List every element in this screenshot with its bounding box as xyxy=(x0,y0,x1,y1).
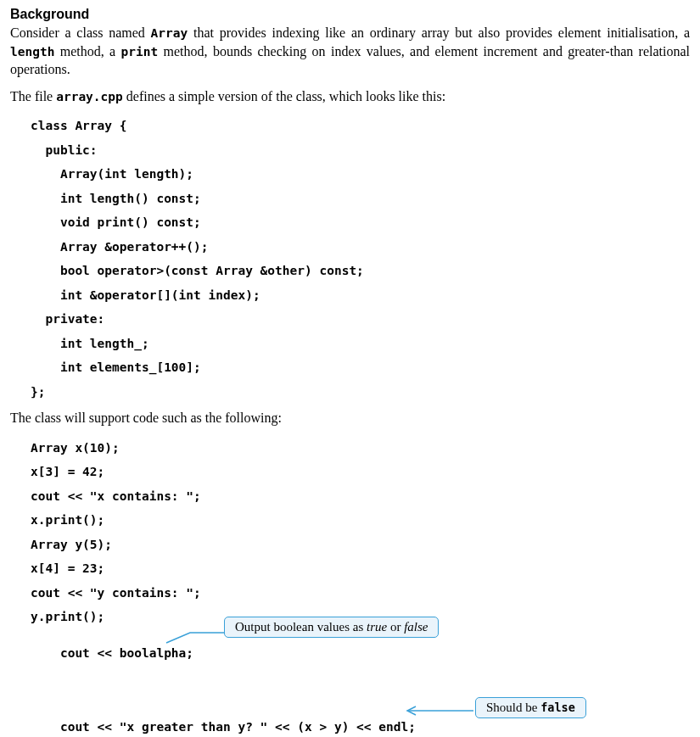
callout-text: Output boolean values as xyxy=(235,620,367,634)
callout-boolalpha: Output boolean values as true or false xyxy=(224,617,439,638)
paragraph-2: The file array.cpp defines a simple vers… xyxy=(10,87,690,106)
class-definition-block: class Array { public: Array(int length);… xyxy=(31,114,690,404)
code-line: int elements_[100]; xyxy=(31,355,690,380)
code-line: int &operator[](int index); xyxy=(31,283,690,308)
callout-true: true xyxy=(367,620,387,634)
callout-should-be-false: Should be false xyxy=(475,697,586,718)
code-line: x[3] = 42; xyxy=(31,460,690,484)
code-line-boolalpha: cout << boolalpha; Output boolean values… xyxy=(31,629,690,703)
code-line-greater: cout << "x greater than y? " << (x > y) … xyxy=(31,702,690,737)
text: The file xyxy=(10,89,56,103)
code-line: int length_; xyxy=(31,332,690,356)
callout-text: or xyxy=(387,620,404,634)
code-line: x.print(); xyxy=(31,508,690,533)
callout-text: Should be xyxy=(486,701,540,714)
code-text: cout << "x greater than y? " << (x > y) … xyxy=(60,720,416,734)
code-line: Array &operator++(); xyxy=(31,235,690,260)
code-line: bool operator>(const Array &other) const… xyxy=(31,259,690,283)
paragraph-3: The class will support code such as the … xyxy=(10,409,690,427)
code-line: private: xyxy=(31,307,690,332)
example-code-block: Array x(10); x[3] = 42; cout << "x conta… xyxy=(31,436,690,737)
code-line: class Array { xyxy=(31,114,690,138)
code-line: int length() const; xyxy=(31,187,690,211)
section-heading: Background xyxy=(10,7,690,22)
text: defines a simple version of the class, w… xyxy=(123,89,445,103)
code-inline-length: length xyxy=(10,45,54,59)
callout-false: false xyxy=(404,620,428,634)
text: Consider a class named xyxy=(10,25,151,40)
code-line: x[4] = 23; xyxy=(31,556,690,581)
paragraph-1: Consider a class named Array that provid… xyxy=(10,24,690,79)
code-line: cout << "y contains: "; xyxy=(31,581,690,606)
callout-false-value: false xyxy=(540,701,575,714)
code-text: cout << boolalpha; xyxy=(60,646,193,660)
text: method, a xyxy=(54,44,120,59)
code-line: void print() const; xyxy=(31,210,690,235)
text: that provides indexing like an ordinary … xyxy=(188,25,690,40)
code-inline-print: print xyxy=(121,45,159,59)
code-inline-filename: array.cpp xyxy=(56,90,123,103)
code-line: cout << "x contains: "; xyxy=(31,484,690,509)
code-inline-array: Array xyxy=(151,26,188,40)
code-line: Array x(10); xyxy=(31,436,690,461)
code-line: public: xyxy=(31,138,690,163)
callout-connector xyxy=(407,705,480,717)
code-line: Array y(5); xyxy=(31,533,690,557)
code-line: Array(int length); xyxy=(31,162,690,187)
code-line: }; xyxy=(31,380,690,405)
